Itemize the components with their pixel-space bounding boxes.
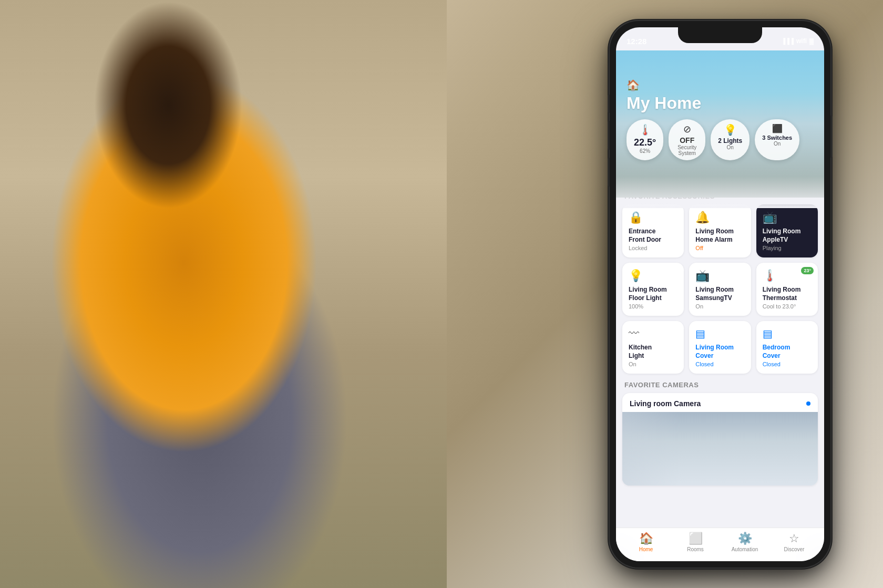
floor-light-icon: 💡: [629, 269, 677, 283]
nav-discover-label: Discover: [784, 546, 805, 552]
living-room-cover-name: Living RoomCover: [695, 344, 744, 360]
samsung-tv-status: On: [695, 303, 744, 310]
switches-sub: On: [774, 141, 781, 147]
apple-tv-status: Playing: [763, 245, 812, 251]
kitchen-light-icon: 〰: [629, 327, 677, 339]
nav-rooms[interactable]: ⬜ Rooms: [680, 532, 711, 552]
floor-light-name: Living RoomFloor Light: [629, 286, 677, 302]
phone-volume-down-button: [608, 158, 610, 187]
nav-automation[interactable]: ⚙️ Automation: [729, 532, 761, 552]
lights-sub: On: [727, 145, 734, 150]
phone-volume-up-button: [608, 121, 610, 150]
security-icon: ⊘: [683, 123, 691, 135]
lock-icon: 🔒: [629, 211, 677, 224]
phone-notch: [678, 27, 762, 43]
temperature-icon: 🌡️: [639, 123, 652, 136]
thermostat-status: Cool to 23.0°: [763, 303, 812, 310]
temperature-value: 22.5°: [634, 137, 656, 148]
security-sub2: System: [679, 150, 696, 156]
lights-value: 2 Lights: [718, 137, 742, 145]
accessory-grid: 🔒 EntranceFront Door Locked 🔔 Living Roo…: [622, 204, 818, 374]
phone-screen: 12:28 ▐▐▐ wifi ▓ 🏠 My Home 🌡️: [616, 27, 824, 561]
cameras-section-label: Favorite Cameras: [624, 381, 818, 389]
camera-preview-image: [622, 412, 818, 486]
tile-home-alarm[interactable]: 🔔 Living RoomHome Alarm Off: [689, 204, 751, 257]
tile-thermostat[interactable]: 23° 🌡️ Living RoomThermostat Cool to 23.…: [756, 263, 818, 316]
scroll-content[interactable]: 🏠 My Home 🌡️ 22.5° 62% ⊘ OFF Security Sy…: [616, 50, 824, 528]
bedroom-cover-name: BedroomCover: [763, 344, 812, 360]
app-header: 🏠 My Home 🌡️ 22.5° 62% ⊘ OFF Security Sy…: [616, 74, 824, 160]
nav-automation-label: Automation: [732, 546, 758, 552]
app-title: My Home: [627, 94, 814, 113]
thermostat-name: Living RoomThermostat: [763, 286, 812, 302]
tile-kitchen-light[interactable]: 〰 KitchenLight On: [622, 321, 684, 374]
phone-silent-switch: [608, 95, 610, 113]
switches-value: 3 Switches: [762, 135, 792, 141]
bedroom-cover-status: Closed: [763, 361, 812, 367]
samsung-tv-name: Living RoomSamsungTV: [695, 286, 744, 302]
security-sub: Security: [677, 145, 696, 150]
home-header-icon: 🏠: [627, 79, 814, 91]
living-room-cover-status: Closed: [695, 361, 744, 367]
temperature-pill[interactable]: 🌡️ 22.5° 62%: [627, 119, 663, 160]
status-time: 12:28: [627, 37, 646, 46]
nav-discover-icon: ☆: [789, 532, 799, 545]
tile-bedroom-cover[interactable]: ▤ BedroomCover Closed: [756, 321, 818, 374]
switches-pill[interactable]: ⬛ 3 Switches On: [755, 119, 799, 160]
phone-device: 12:28 ▐▐▐ wifi ▓ 🏠 My Home 🌡️: [610, 21, 830, 568]
camera-preview[interactable]: [622, 412, 818, 486]
camera-active-indicator: [806, 401, 810, 406]
tile-floor-light[interactable]: 💡 Living RoomFloor Light 100%: [622, 263, 684, 316]
nav-automation-icon: ⚙️: [738, 532, 752, 545]
apple-tv-name: Living RoomAppleTV: [763, 228, 812, 244]
camera-header: Living room Camera: [622, 393, 818, 412]
security-pill[interactable]: ⊘ OFF Security System: [669, 119, 705, 160]
tile-samsung-tv[interactable]: 📺 Living RoomSamsungTV On: [689, 263, 751, 316]
woman-figure: [0, 0, 447, 588]
appletv-icon: 📺: [763, 211, 812, 224]
nav-discover[interactable]: ☆ Discover: [778, 532, 810, 552]
home-alarm-status: Off: [695, 245, 744, 251]
lights-icon: 💡: [724, 123, 737, 136]
header-fade: [616, 177, 824, 208]
security-value: OFF: [680, 136, 694, 145]
camera-name: Living room Camera: [630, 399, 701, 408]
switches-icon: ⬛: [772, 123, 783, 133]
tile-front-door[interactable]: 🔒 EntranceFront Door Locked: [622, 204, 684, 257]
kitchen-light-status: On: [629, 361, 677, 367]
tile-apple-tv[interactable]: 📺 Living RoomAppleTV Playing: [756, 204, 818, 257]
samsung-tv-icon: 📺: [695, 269, 744, 283]
kitchen-light-name: KitchenLight: [629, 344, 677, 360]
wifi-icon: wifi: [796, 37, 807, 45]
nav-home-icon: 🏠: [639, 532, 653, 545]
bedroom-cover-icon: ▤: [763, 327, 812, 340]
nav-home-label: Home: [639, 546, 653, 552]
battery-icon: ▓: [809, 38, 814, 44]
nav-rooms-label: Rooms: [687, 546, 704, 552]
home-alarm-name: Living RoomHome Alarm: [695, 228, 744, 244]
tile-living-room-cover[interactable]: ▤ Living RoomCover Closed: [689, 321, 751, 374]
humidity-value: 62%: [640, 148, 650, 154]
alarm-icon: 🔔: [695, 211, 744, 224]
lights-pill[interactable]: 💡 2 Lights On: [711, 119, 749, 160]
status-icons: ▐▐▐ wifi ▓: [782, 37, 814, 45]
thermostat-badge: 23°: [801, 267, 814, 274]
living-room-cover-icon: ▤: [695, 327, 744, 340]
front-door-status: Locked: [629, 245, 677, 251]
phone-power-button: [830, 116, 833, 158]
signal-icon: ▐▐▐: [782, 38, 794, 44]
camera-section: Living room Camera: [622, 393, 818, 486]
nav-rooms-icon: ⬜: [689, 532, 703, 545]
front-door-name: EntranceFront Door: [629, 228, 677, 244]
bottom-navigation: 🏠 Home ⬜ Rooms ⚙️ Automation ☆ Discover: [616, 528, 824, 561]
camera-tile[interactable]: Living room Camera: [622, 393, 818, 486]
floor-light-status: 100%: [629, 303, 677, 310]
summary-row: 🌡️ 22.5° 62% ⊘ OFF Security System 💡 2 L…: [627, 119, 814, 160]
nav-home[interactable]: 🏠 Home: [630, 532, 662, 552]
